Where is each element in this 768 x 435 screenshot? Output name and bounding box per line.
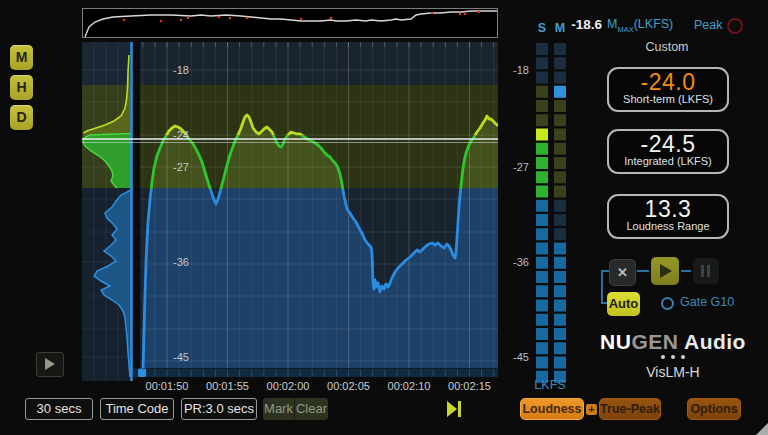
meter-s-segment <box>536 271 548 283</box>
skip-to-end-icon <box>447 401 457 417</box>
pr-window-button[interactable]: PR:3.0 secs <box>181 398 257 420</box>
loudness-meters: -18-27-36-45 <box>513 43 566 383</box>
logo-gen: GEN <box>631 330 678 353</box>
meter-m-segment <box>554 43 566 55</box>
graph-y-label: -27 <box>173 161 189 173</box>
pause-icon <box>701 265 711 277</box>
meter-m-segment <box>554 257 566 269</box>
meter-s-segment <box>536 214 548 226</box>
meter-s-segment <box>536 114 548 126</box>
meter-s-segment <box>536 171 548 183</box>
time-axis-label: 00:01:55 <box>206 380 249 392</box>
time-axis-label: 00:02:15 <box>448 380 491 392</box>
timecode-mode-button[interactable]: Time Code <box>100 398 174 420</box>
play-icon <box>660 264 672 278</box>
integrated-value: -24.5 <box>609 131 727 157</box>
meter-s-segment <box>536 314 548 326</box>
loudness-mode-button[interactable]: Loudness <box>520 398 584 420</box>
meter-s-segment <box>536 57 548 69</box>
meter-scale-label: -18 <box>513 64 529 76</box>
meter-m-segment <box>554 129 566 141</box>
momentary-max-label: MMAX(LKFS) <box>607 17 673 34</box>
meter-m-segment <box>554 314 566 326</box>
add-mode-button[interactable]: + <box>586 404 597 415</box>
options-button[interactable]: Options <box>687 398 741 420</box>
meter-s-segment <box>536 257 548 269</box>
gate-label: Gate G10 <box>680 295 734 309</box>
meter-s-segment <box>536 300 548 312</box>
histogram-panel[interactable] <box>82 42 131 381</box>
meter-m-segment <box>554 72 566 84</box>
meter-m-segment <box>554 214 566 226</box>
tab-histogram[interactable]: H <box>10 75 33 100</box>
vislm-window: -18-24-27-36-4500:01:5000:01:5500:02:000… <box>0 0 768 435</box>
meter-m-segment <box>554 243 566 255</box>
mark-button[interactable]: Mark <box>263 398 294 420</box>
skip-to-end-button[interactable] <box>447 401 463 417</box>
reset-button[interactable]: ✕ <box>609 259 636 286</box>
meter-s-segment <box>536 43 548 55</box>
meter-m-segment <box>554 143 566 155</box>
preset-name[interactable]: Custom <box>607 40 727 54</box>
meter-s-segment <box>536 357 548 369</box>
meter-m-segment <box>554 328 566 340</box>
meter-s-segment <box>536 143 548 155</box>
meter-s-segment <box>536 129 548 141</box>
peak-indicator-led[interactable] <box>727 18 743 34</box>
meter-m-segment <box>554 300 566 312</box>
time-axis-label: 00:02:05 <box>327 380 370 392</box>
loudness-range-readout[interactable]: 13.3 Loudness Range <box>607 194 729 239</box>
window-length-button[interactable]: 30 secs <box>25 398 93 420</box>
meter-s-segment <box>536 86 548 98</box>
connector-line <box>681 270 691 272</box>
gate-radio[interactable] <box>661 297 674 310</box>
graph-y-label: -18 <box>173 64 189 76</box>
meter-s-segment <box>536 228 548 240</box>
meter-unit-label: LKFS <box>522 378 578 392</box>
tab-momentary[interactable]: M <box>10 45 33 70</box>
skip-to-end-icon-bar <box>458 401 461 417</box>
tab-distribution[interactable]: D <box>10 105 33 130</box>
clear-button[interactable]: Clear <box>294 398 328 420</box>
scrollbar-thumb[interactable] <box>138 369 146 378</box>
resize-grip[interactable] <box>756 423 768 435</box>
meter-s-segment <box>536 285 548 297</box>
graph-y-label: -36 <box>173 256 189 268</box>
peak-label: Peak <box>694 18 723 32</box>
graph-scrollbar[interactable] <box>133 369 498 378</box>
meter-m-segment <box>554 200 566 212</box>
connector-line <box>601 270 603 304</box>
graph-y-label: -45 <box>173 351 189 363</box>
mmax-unit: (LKFS) <box>634 17 674 31</box>
meter-m-segment <box>554 86 566 98</box>
product-name: VisLM-H <box>600 364 746 380</box>
meter-m-segment <box>554 157 566 169</box>
play-button[interactable] <box>651 257 679 285</box>
meter-m-segment <box>554 271 566 283</box>
meter-scale-label: -45 <box>513 351 529 363</box>
true-peak-mode-button[interactable]: True-Peak <box>599 398 661 420</box>
integrated-readout[interactable]: -24.5 Integrated (LKFS) <box>607 129 729 174</box>
connector-line <box>637 270 649 272</box>
meter-scale-label: -36 <box>513 256 529 268</box>
meter-m-segment <box>554 171 566 183</box>
meter-m-segment <box>554 342 566 354</box>
meter-s-segment <box>536 72 548 84</box>
meter-s-segment <box>536 342 548 354</box>
short-term-value: -24.0 <box>609 69 727 95</box>
time-axis-label: 00:01:50 <box>146 380 189 392</box>
momentary-max-value: -18.6 <box>563 17 602 32</box>
meter-m-segment <box>554 100 566 112</box>
loudness-history-graph[interactable]: -18-24-27-36-45 <box>140 42 498 372</box>
time-axis-label: 00:02:10 <box>388 380 431 392</box>
meter-s-segment <box>536 243 548 255</box>
meter-s-segment <box>536 100 548 112</box>
time-axis-label: 00:02:00 <box>267 380 310 392</box>
histogram-play-button[interactable] <box>36 352 64 377</box>
pause-button[interactable] <box>693 258 719 284</box>
short-term-label: Short-term (LKFS) <box>609 93 727 105</box>
play-icon <box>45 358 55 370</box>
auto-button[interactable]: Auto <box>607 292 640 316</box>
meter-m-segment <box>554 285 566 297</box>
short-term-readout[interactable]: -24.0 Short-term (LKFS) <box>607 67 729 112</box>
